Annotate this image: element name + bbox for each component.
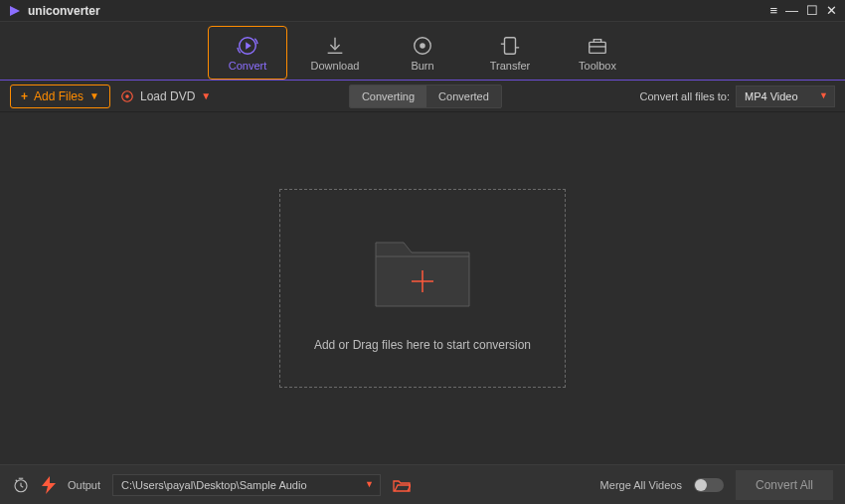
tab-label: Burn	[411, 60, 433, 72]
menu-icon[interactable]: ≡	[769, 4, 777, 17]
nav-tabs: Convert Download Burn Transfer Toolbox	[0, 22, 845, 80]
drop-zone[interactable]: Add or Drag files here to start conversi…	[279, 189, 566, 388]
merge-toggle[interactable]	[694, 478, 724, 492]
svg-marker-0	[10, 6, 20, 16]
convert-icon	[237, 35, 258, 57]
tab-burn[interactable]: Burn	[383, 26, 462, 80]
window-controls: ≡ — ☐ ✕	[769, 4, 837, 17]
tab-converted[interactable]: Converted	[426, 85, 501, 107]
close-button[interactable]: ✕	[826, 4, 837, 17]
output-path-select[interactable]: C:\Users\payal\Desktop\Sample Audio	[112, 474, 381, 496]
load-dvd-label: Load DVD	[140, 89, 195, 103]
svg-marker-2	[246, 42, 252, 49]
drop-hint: Add or Drag files here to start conversi…	[314, 338, 531, 352]
format-row: Convert all files to: MP4 Video	[640, 85, 835, 107]
convert-all-button[interactable]: Convert All	[736, 470, 833, 500]
title-left: uniconverter	[8, 4, 100, 18]
output-format-select[interactable]: MP4 Video	[736, 85, 835, 107]
svg-marker-10	[42, 476, 56, 494]
merge-label: Merge All Videos	[600, 479, 682, 491]
app-title: uniconverter	[28, 4, 100, 18]
svg-point-8	[126, 94, 128, 96]
maximize-button[interactable]: ☐	[806, 4, 818, 17]
tab-label: Convert	[229, 60, 267, 72]
schedule-icon[interactable]	[12, 476, 30, 494]
toolbox-icon	[587, 35, 608, 57]
app-logo-icon	[8, 4, 22, 18]
tab-label: Download	[311, 60, 360, 72]
tab-converting[interactable]: Converting	[350, 85, 426, 107]
chevron-down-icon: ▼	[201, 90, 211, 101]
tab-label: Toolbox	[579, 60, 616, 72]
footer: Output C:\Users\payal\Desktop\Sample Aud…	[0, 464, 845, 504]
load-dvd-button[interactable]: Load DVD ▼	[120, 89, 211, 103]
toolbar: + Add Files ▼ Load DVD ▼ Converting Conv…	[0, 81, 845, 112]
svg-point-4	[420, 43, 425, 49]
tab-toolbox[interactable]: Toolbox	[558, 26, 637, 80]
conversion-status-tabs: Converting Converted	[349, 84, 502, 108]
svg-rect-5	[505, 37, 516, 54]
download-icon	[324, 35, 346, 57]
burn-icon	[412, 35, 433, 57]
svg-rect-6	[590, 42, 606, 53]
transfer-icon	[499, 35, 521, 57]
convert-all-label: Convert all files to:	[640, 90, 730, 102]
tab-download[interactable]: Download	[295, 26, 375, 80]
chevron-down-icon: ▼	[89, 90, 99, 101]
gpu-accel-icon[interactable]	[42, 476, 56, 494]
add-files-button[interactable]: + Add Files ▼	[10, 84, 110, 108]
tab-transfer[interactable]: Transfer	[470, 26, 550, 80]
title-bar: uniconverter ≡ — ☐ ✕	[0, 0, 845, 22]
tab-label: Transfer	[490, 60, 531, 72]
disc-icon	[120, 89, 134, 103]
folder-add-icon	[368, 225, 477, 316]
main-area: Add or Drag files here to start conversi…	[0, 112, 845, 463]
output-label: Output	[68, 479, 100, 491]
tab-convert[interactable]: Convert	[208, 26, 287, 80]
open-folder-button[interactable]	[393, 478, 411, 492]
minimize-button[interactable]: —	[785, 4, 798, 17]
add-files-label: Add Files	[34, 89, 84, 103]
plus-icon: +	[21, 89, 28, 103]
